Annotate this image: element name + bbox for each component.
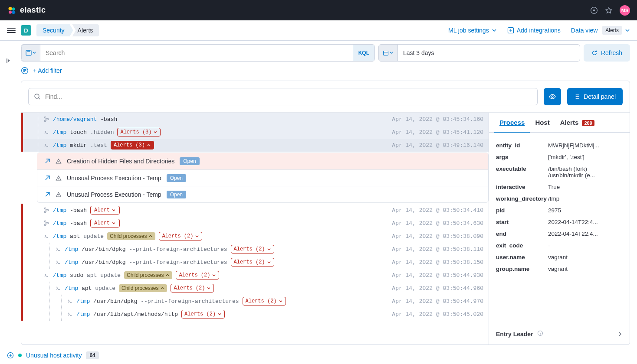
process-row[interactable]: /tmp /usr/lib/apt/methods/httpAlerts (2)… bbox=[21, 308, 489, 321]
alerts-badge[interactable]: Alerts (2) bbox=[243, 297, 286, 306]
svg-point-2 bbox=[9, 10, 12, 13]
detail-field: entity_idMWRjNjFjMDktMj... bbox=[496, 140, 623, 151]
process-row[interactable]: /tmp -bashAlert Apr 14, 2022 @ 03:50:34.… bbox=[21, 204, 489, 217]
svg-rect-9 bbox=[384, 51, 388, 55]
prompt-icon bbox=[43, 233, 49, 239]
process-row[interactable]: /tmp /usr/bin/dpkg --print-foreign-archi… bbox=[21, 256, 489, 269]
cheer-icon[interactable] bbox=[605, 6, 613, 14]
svg-rect-8 bbox=[27, 50, 30, 52]
tab-alerts[interactable]: Alerts 209 bbox=[555, 113, 600, 132]
date-picker[interactable]: Last 3 days bbox=[378, 44, 580, 62]
entry-leader-accordion[interactable]: Entry Leader bbox=[489, 323, 630, 344]
svg-point-13 bbox=[44, 117, 46, 118]
svg-point-17 bbox=[44, 211, 46, 213]
find-input-wrap[interactable] bbox=[28, 88, 538, 105]
detail-panel-label: Detail panel bbox=[584, 93, 616, 100]
nav-toggle-icon[interactable] bbox=[7, 26, 16, 35]
data-view-badge: Alerts bbox=[602, 26, 622, 35]
search-icon bbox=[34, 93, 41, 100]
svg-point-5 bbox=[593, 9, 595, 11]
view-options-button[interactable] bbox=[544, 88, 561, 105]
prompt-icon bbox=[55, 246, 61, 252]
add-integrations-label: Add integrations bbox=[517, 27, 561, 34]
svg-point-11 bbox=[35, 94, 39, 98]
process-row[interactable]: /tmp apt updateChild processes Alerts (2… bbox=[21, 282, 489, 295]
breadcrumb-alerts[interactable]: Alerts bbox=[69, 24, 99, 36]
process-row[interactable]: /tmp /usr/bin/dpkg --print-foreign-archi… bbox=[21, 295, 489, 308]
alerts-badge[interactable]: Alerts (3) bbox=[111, 141, 154, 150]
tab-host[interactable]: Host bbox=[530, 113, 555, 132]
alert-detail-row[interactable]: Creation of Hidden Files and Directories… bbox=[37, 153, 488, 169]
elastic-logo-icon bbox=[7, 6, 16, 15]
alerts-badge[interactable]: Alerts (2) bbox=[231, 258, 274, 266]
alerts-badge[interactable]: Alerts (2) bbox=[159, 232, 202, 240]
process-row[interactable]: /tmp apt updateChild processes Alerts (2… bbox=[21, 230, 489, 243]
svg-point-19 bbox=[44, 221, 46, 222]
svg-point-18 bbox=[47, 209, 49, 211]
timestamp: Apr 14, 2022 @ 03:50:44.970 bbox=[392, 298, 483, 305]
child-processes-badge[interactable]: Child processes bbox=[124, 271, 172, 279]
plus-square-icon bbox=[507, 27, 514, 34]
alert-badge[interactable]: Alert bbox=[90, 219, 120, 228]
detail-field: working_directory/tmp bbox=[496, 193, 623, 205]
search-input[interactable] bbox=[40, 45, 353, 61]
process-row[interactable]: /tmp /usr/bin/dpkg --print-foreign-archi… bbox=[21, 243, 489, 256]
child-processes-badge[interactable]: Child processes bbox=[107, 232, 155, 240]
process-tree[interactable]: /home/vagrant -bashApr 14, 2022 @ 03:45:… bbox=[21, 113, 489, 344]
saved-query-button[interactable] bbox=[21, 45, 40, 61]
alerts-badge[interactable]: Alerts (2) bbox=[171, 284, 214, 292]
svg-point-16 bbox=[44, 208, 46, 209]
timeline-count: 64 bbox=[86, 351, 99, 359]
alerts-badge[interactable]: Alerts (3) bbox=[117, 128, 161, 136]
elastic-logo[interactable]: elastic bbox=[7, 6, 46, 15]
refresh-button[interactable]: Refresh bbox=[584, 44, 630, 62]
date-range-text: Last 3 days bbox=[398, 45, 580, 61]
tab-alerts-label: Alerts bbox=[560, 119, 579, 126]
branch-icon bbox=[43, 207, 49, 213]
kql-toggle[interactable]: KQL bbox=[353, 45, 374, 61]
alerts-badge[interactable]: Alerts (2) bbox=[176, 271, 219, 280]
prompt-icon bbox=[67, 298, 73, 304]
ml-job-settings[interactable]: ML job settings bbox=[448, 27, 497, 34]
chevron-down-icon bbox=[33, 51, 36, 55]
space-selector[interactable]: D bbox=[21, 25, 31, 36]
active-timeline[interactable]: Unusual host activity bbox=[26, 352, 82, 359]
timestamp: Apr 14, 2022 @ 03:45:41.120 bbox=[392, 129, 483, 136]
process-row[interactable]: /home/vagrant -bashApr 14, 2022 @ 03:45:… bbox=[21, 113, 489, 126]
process-row[interactable]: /tmp touch .hiddenAlerts (3) Apr 14, 202… bbox=[21, 126, 489, 139]
alerts-count-badge: 209 bbox=[582, 120, 594, 126]
sub-header: D Security Alerts ML job settings Add in… bbox=[0, 20, 637, 41]
detail-panel-button[interactable]: Detail panel bbox=[567, 88, 623, 105]
expand-sidenav-icon[interactable] bbox=[5, 57, 12, 64]
alerts-badge[interactable]: Alerts (2) bbox=[181, 310, 225, 318]
timestamp: Apr 14, 2022 @ 03:50:38.090 bbox=[392, 233, 483, 240]
tab-process[interactable]: Process bbox=[494, 113, 530, 132]
alert-details-block: Creation of Hidden Files and Directories… bbox=[37, 153, 489, 203]
process-row[interactable]: /tmp mkdir .testAlerts (3) Apr 14, 2022 … bbox=[21, 139, 489, 152]
alert-badge[interactable]: Alert bbox=[90, 206, 120, 214]
add-timeline-icon[interactable] bbox=[7, 352, 14, 359]
add-integrations[interactable]: Add integrations bbox=[507, 27, 561, 34]
breadcrumb: Security Alerts bbox=[36, 24, 99, 36]
breadcrumb-security[interactable]: Security bbox=[36, 24, 73, 36]
alert-detail-row[interactable]: Unusual Process Execution - TempOpen bbox=[37, 169, 488, 186]
child-processes-badge[interactable]: Child processes bbox=[119, 284, 167, 292]
alerts-badge[interactable]: Alerts (2) bbox=[231, 245, 274, 254]
detail-field: start2022-04-14T22:4... bbox=[496, 216, 623, 228]
help-icon[interactable] bbox=[590, 6, 598, 14]
filter-options-icon[interactable] bbox=[21, 67, 29, 75]
data-view-label: Data view bbox=[571, 27, 598, 34]
add-filter-button[interactable]: + Add filter bbox=[33, 67, 62, 74]
svg-point-21 bbox=[47, 222, 49, 224]
detail-field: executable/bin/bash (fork) /usr/bin/mkdi… bbox=[496, 163, 623, 181]
process-row[interactable]: /tmp -bashAlert Apr 14, 2022 @ 03:50:34.… bbox=[21, 217, 489, 230]
timestamp: Apr 14, 2022 @ 03:50:44.930 bbox=[392, 272, 483, 279]
detail-field: interactiveTrue bbox=[496, 181, 623, 193]
alert-detail-row[interactable]: Unusual Process Execution - TempOpen bbox=[37, 186, 488, 202]
session-view-card: Detail panel /home/vagrant -bashApr 14, … bbox=[21, 81, 630, 345]
process-row[interactable]: /tmp sudo apt updateChild processes Aler… bbox=[21, 269, 489, 282]
data-view-selector[interactable]: Data view Alerts bbox=[571, 26, 630, 35]
timestamp: Apr 14, 2022 @ 03:45:34.160 bbox=[392, 116, 483, 123]
user-avatar[interactable]: MS bbox=[620, 5, 630, 16]
find-input[interactable] bbox=[45, 93, 532, 100]
